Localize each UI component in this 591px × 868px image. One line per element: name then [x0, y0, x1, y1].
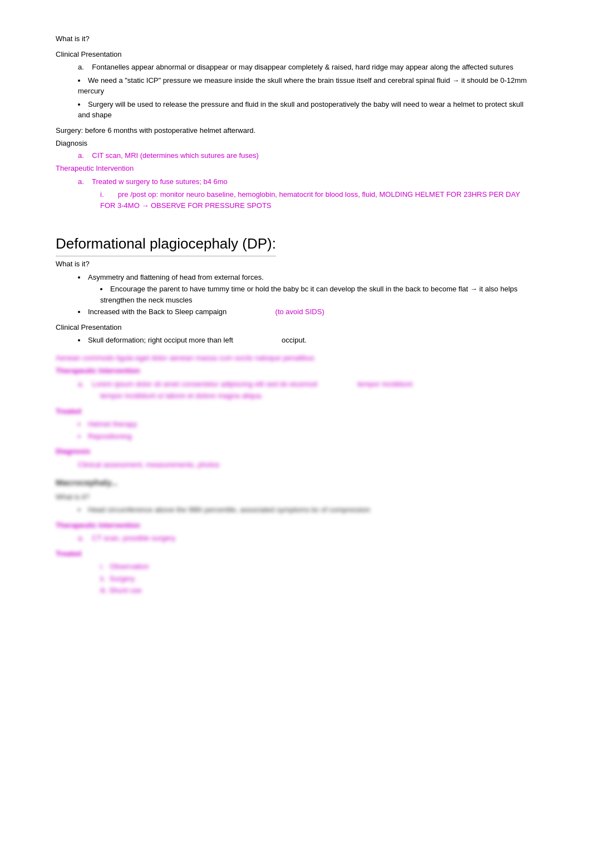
blurred-therapeutic-heading: Therapeutic Intervention [56, 365, 535, 376]
blurred-sub: tempor incididunt ut labore et dolore ma… [100, 390, 535, 401]
dp-what-is-it: What is it? [56, 259, 535, 270]
diagnosis-item-a: a. CIT scan, MRI (determines which sutur… [78, 150, 535, 161]
diagnosis-heading: Diagnosis [56, 138, 535, 149]
blurred-block-1: Aenean commodo ligula eget dolor aenean … [56, 353, 535, 364]
dp-bullet-inner: Encourage the parent to have tummy time … [100, 284, 535, 305]
therapeutic-item-a: a. Treated w surgery to fuse sutures; b4… [78, 176, 535, 187]
blurred-bullet-b: Repositioning [78, 431, 535, 442]
blurred-treated-heading: Treated [56, 406, 535, 417]
blurred-therapeutic-heading2: Therapeutic Intervention [56, 520, 535, 531]
blurred-treat-3: iii. Shunt use [100, 585, 535, 596]
blurred-macro-what: What is it? [56, 492, 535, 503]
dp-bullet-2: Increased with the Back to Sleep campaig… [78, 306, 535, 318]
page-title: What is it? [56, 33, 535, 44]
blurred-treat-2: ii. Surgery [100, 573, 535, 584]
blurred-macro-heading: Macrocephaly... [56, 477, 535, 489]
dp-bullet-1: Asymmetry and flattening of head from ex… [78, 272, 535, 283]
clinical-presentation-heading: Clinical Presentation [56, 49, 535, 60]
dp-heading: Deformational plagiocephaly (DP): [56, 233, 276, 256]
clinical-bullet-1: We need a "static ICP" pressure we measu… [78, 75, 535, 97]
blurred-treat-1: i. Observation [100, 561, 535, 572]
clinical-item-a: a. Fontanelles appear abnormal or disapp… [78, 62, 535, 73]
blurred-bullet-a: Helmet therapy [78, 419, 535, 430]
blurred-therapeutic-indent: a. CT scan, possible surgery [78, 533, 535, 544]
clinical-bullet-2: Surgery will be used to release the pres… [78, 99, 535, 121]
blurred-treated-heading2: Treated [56, 548, 535, 559]
dp-clinical-bullet-1: Skull deformation; right occiput more th… [78, 335, 535, 346]
blurred-diagnosis-heading: Diagnosis [56, 446, 535, 457]
dp-clinical-heading: Clinical Presentation [56, 322, 535, 333]
blurred-indent-a: a. Lorem ipsum dolor sit amet consectetu… [78, 379, 535, 390]
therapeutic-item-i: i. pre /post op: monitor neuro baseline,… [100, 189, 535, 211]
therapeutic-heading: Therapeutic Intervention [56, 163, 535, 174]
blurred-macro-bullet: Head circumference above the 98th percen… [78, 504, 535, 515]
blurred-diagnosis-text: Clinical assessment, measurements, photo… [78, 459, 535, 470]
surgery-text: Surgery: before 6 months with postoperat… [56, 125, 535, 136]
